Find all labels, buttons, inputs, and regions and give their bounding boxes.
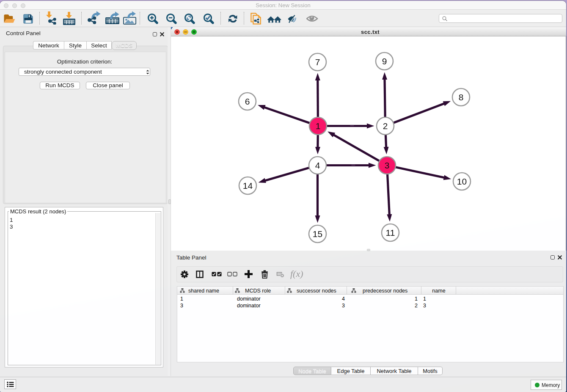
svg-text:4: 4 — [315, 160, 320, 170]
svg-text:6: 6 — [245, 97, 250, 106]
svg-text:7: 7 — [315, 57, 320, 67]
svg-text:11: 11 — [386, 228, 395, 237]
svg-text:8: 8 — [459, 92, 464, 102]
svg-text:1: 1 — [316, 121, 321, 131]
svg-text:10: 10 — [457, 177, 467, 186]
svg-text:3: 3 — [385, 160, 390, 170]
svg-text:14: 14 — [243, 181, 253, 190]
svg-text:9: 9 — [382, 56, 387, 66]
svg-text:2: 2 — [383, 121, 388, 131]
svg-text:15: 15 — [313, 229, 322, 239]
